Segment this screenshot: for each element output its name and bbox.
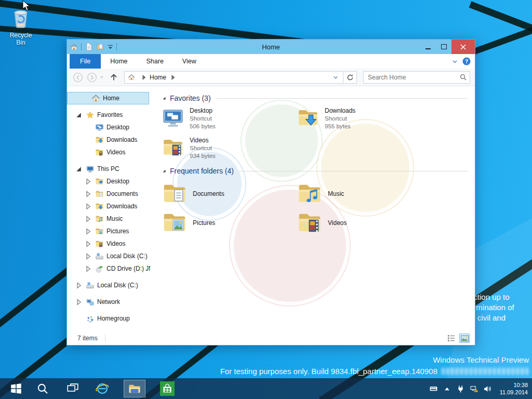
expand-icon[interactable] (84, 202, 92, 211)
forward-icon[interactable] (87, 72, 97, 83)
address-dropdown-icon[interactable] (332, 74, 339, 81)
file-item-documents[interactable]: Documents (162, 179, 297, 208)
file-item-downloads[interactable]: DownloadsShortcut955 bytes (297, 107, 432, 136)
toolbar-separator (81, 43, 82, 50)
sidebar-item-music[interactable]: Music (67, 212, 149, 225)
file-item-name: Downloads (325, 107, 355, 115)
sidebar-item-local-disk-c[interactable]: Local Disk (C:) (67, 279, 149, 291)
collapse-icon[interactable] (74, 111, 83, 119)
sidebar-item-desktop[interactable]: Desktop (67, 121, 149, 134)
tab-share[interactable]: Share (137, 54, 173, 69)
file-item-videos[interactable]: VideosShortcut934 bytes (162, 136, 297, 166)
refresh-button[interactable] (343, 71, 357, 84)
sidebar-item-documents[interactable]: Documents (67, 188, 149, 200)
expand-icon[interactable] (84, 215, 92, 223)
task-view-button[interactable] (62, 380, 84, 397)
file-item-videos[interactable]: Videos (297, 208, 432, 237)
collapse-icon[interactable] (74, 165, 83, 174)
thumbnail-view-icon (461, 335, 469, 342)
group-header-favorites[interactable]: Favorites (3) (162, 93, 475, 103)
sidebar-item-local-disk-c[interactable]: Local Disk (C:) (67, 250, 149, 262)
file-item-type: Shortcut (190, 115, 216, 123)
expand-icon[interactable] (84, 240, 92, 248)
expand-icon[interactable] (74, 298, 83, 307)
close-icon (460, 44, 466, 50)
help-icon[interactable]: ? (462, 57, 471, 65)
folder-music-icon (95, 215, 104, 223)
sidebar-item-network[interactable]: Network (67, 296, 149, 308)
file-item-desktop[interactable]: DesktopShortcut506 bytes (162, 107, 297, 136)
up-icon[interactable] (110, 73, 118, 82)
close-button[interactable] (451, 39, 475, 54)
sidebar-item-cd-drive-d-jm1[interactable]: CD Drive (D:) JM1 (67, 262, 149, 275)
expand-icon[interactable] (74, 281, 83, 290)
desktop: action up to ermination of al civil and … (0, 0, 532, 399)
group-collapse-icon[interactable] (162, 96, 167, 101)
search-input[interactable] (367, 73, 460, 82)
file-item-size: 506 bytes (190, 123, 216, 130)
expand-icon[interactable] (84, 252, 92, 261)
file-item-pictures[interactable]: Pictures (162, 208, 297, 237)
task-view-icon (66, 382, 79, 395)
network-warning-icon[interactable] (470, 384, 478, 393)
details-view-button[interactable] (446, 334, 456, 343)
home-icon (91, 94, 100, 103)
maximize-button[interactable] (436, 39, 451, 54)
sidebar-item-label: Home (103, 95, 119, 102)
tab-home[interactable]: Home (101, 54, 137, 69)
address-bar[interactable]: Home (124, 71, 343, 84)
sidebar-item-this-pc[interactable]: This PC (67, 163, 149, 175)
internet-explorer-button[interactable] (91, 380, 113, 397)
sidebar-item-downloads[interactable]: Downloads (67, 200, 149, 212)
breadcrumb-arrow-icon[interactable] (169, 74, 177, 81)
volume-icon[interactable] (483, 384, 492, 393)
expand-icon[interactable] (84, 177, 92, 186)
back-icon[interactable] (73, 72, 83, 83)
sidebar-item-home[interactable]: Home (67, 92, 149, 104)
breadcrumb-arrow-icon[interactable] (140, 74, 148, 81)
expand-icon[interactable] (84, 264, 92, 273)
expander-placeholder (74, 314, 83, 323)
qat-dropdown-icon[interactable] (108, 44, 113, 50)
sidebar-item-downloads[interactable]: Downloads (67, 134, 149, 146)
group-header-frequent[interactable]: Frequent folders (4) (162, 166, 475, 176)
file-item-music[interactable]: Music (297, 179, 432, 208)
file-item-name: Music (328, 190, 344, 198)
search-button[interactable] (32, 380, 54, 397)
explorer-home-icon[interactable] (70, 43, 78, 51)
sidebar-item-desktop[interactable]: Desktop (67, 175, 149, 188)
minimize-button[interactable] (420, 39, 436, 54)
sidebar-item-pictures[interactable]: Pictures (67, 225, 149, 237)
expand-icon[interactable] (84, 190, 92, 198)
ribbon-collapse-icon[interactable] (451, 58, 458, 65)
pc-icon (86, 165, 95, 174)
history-caret-icon[interactable] (99, 75, 104, 80)
new-folder-icon[interactable] (96, 43, 104, 51)
explorer-window: Home File Home Share View ? H (66, 39, 475, 345)
sidebar-item-homegroup[interactable]: Homegroup (67, 312, 149, 325)
properties-icon[interactable] (85, 43, 93, 51)
expand-icon[interactable] (84, 227, 92, 236)
tab-file[interactable]: File (70, 54, 101, 69)
titlebar[interactable]: Home (67, 39, 475, 54)
group-collapse-icon[interactable] (162, 168, 167, 174)
sidebar-item-favorites[interactable]: Favorites (67, 109, 149, 121)
store-button[interactable] (156, 380, 178, 397)
network-icon (86, 298, 95, 307)
taskbar-clock[interactable]: 10:38 11.09.2014 (500, 381, 528, 396)
file-explorer-button[interactable] (124, 380, 145, 397)
thumbnail-view-button[interactable] (459, 334, 470, 343)
start-button[interactable] (5, 380, 27, 397)
items-count: 7 items (77, 335, 98, 342)
search-icon[interactable] (460, 74, 467, 81)
sidebar-item-videos[interactable]: Videos (67, 237, 149, 250)
power-icon[interactable] (456, 384, 465, 393)
search-box[interactable] (363, 71, 470, 84)
file-item-type: Shortcut (325, 115, 355, 123)
show-hidden-icons[interactable] (443, 384, 451, 393)
tab-view[interactable]: View (173, 54, 206, 69)
touch-keyboard-icon[interactable] (429, 384, 438, 393)
folder-doc-icon (162, 181, 188, 207)
sidebar-item-videos[interactable]: Videos (67, 146, 149, 158)
breadcrumb[interactable]: Home (150, 74, 166, 81)
